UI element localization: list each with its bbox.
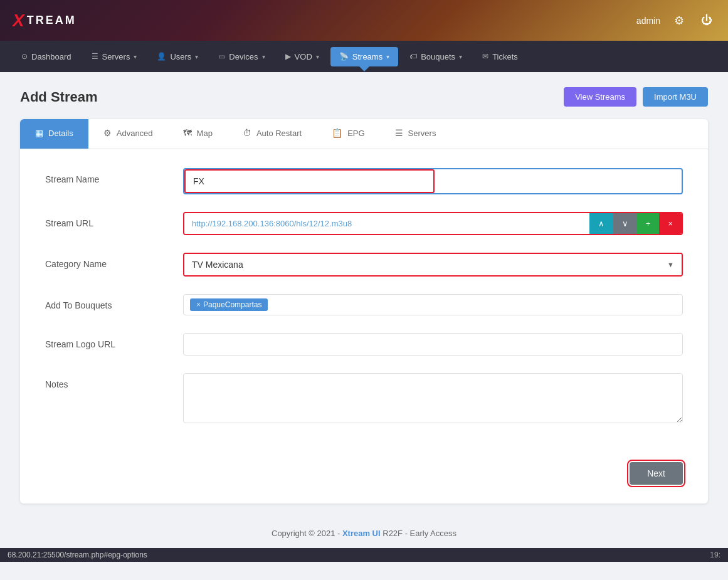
- logo: X TREAM: [13, 11, 76, 31]
- tab-details-label: Details: [48, 129, 73, 138]
- category-name-control: TV Mexicana: [183, 253, 683, 277]
- page-header: Add Stream View Streams Import M3U: [20, 87, 708, 107]
- nav-label-servers: Servers: [102, 52, 130, 61]
- notes-row: Notes: [45, 373, 683, 426]
- url-row-wrap: ∧ ∨ + ×: [183, 212, 683, 235]
- users-arrow: ▾: [195, 53, 198, 60]
- nav-item-bouquets[interactable]: 🏷 Bouquets ▾: [401, 47, 471, 66]
- details-tab-icon: ▦: [35, 128, 43, 138]
- nav-label-dashboard: Dashboard: [31, 52, 71, 61]
- bouquets-icon: 🏷: [409, 52, 417, 61]
- epg-tab-icon: 📋: [332, 128, 342, 138]
- nav-label-devices: Devices: [229, 52, 258, 61]
- category-select[interactable]: TV Mexicana: [184, 254, 682, 275]
- nav-item-vod[interactable]: ▶ VOD ▾: [277, 47, 328, 66]
- url-input-wrap: [184, 213, 589, 234]
- logo-text: TREAM: [27, 14, 76, 27]
- servers-icon: ☰: [92, 52, 98, 61]
- stream-name-input[interactable]: [184, 169, 435, 193]
- tickets-icon: ✉: [482, 52, 488, 61]
- servers-tab-icon: ☰: [395, 128, 403, 138]
- vod-arrow: ▾: [316, 53, 319, 60]
- stream-name-label: Stream Name: [45, 168, 183, 184]
- header-right: admin ⚙ ⏻: [636, 12, 715, 29]
- nav-label-vod: VOD: [295, 52, 312, 61]
- dashboard-icon: ⊙: [21, 52, 28, 61]
- status-url: 68.200.21:25500/stream.php#epg-options: [8, 551, 147, 559]
- form-body: Stream Name Stream URL ∧: [20, 149, 708, 462]
- devices-icon: ▭: [218, 52, 225, 61]
- form-tabs: ▦ Details ⚙ Advanced 🗺 Map ⏱ Auto Restar…: [20, 119, 708, 149]
- tag-label: PaqueCompartas: [203, 300, 261, 309]
- next-button[interactable]: Next: [630, 462, 683, 485]
- stream-name-outer: [183, 168, 683, 194]
- nav-item-servers[interactable]: ☰ Servers ▾: [83, 47, 146, 66]
- nav-item-tickets[interactable]: ✉ Tickets: [473, 47, 527, 66]
- nav-label-bouquets: Bouquets: [421, 52, 455, 61]
- status-time: 19:: [710, 551, 720, 559]
- nav-item-streams[interactable]: 📡 Streams ▾: [330, 47, 398, 66]
- url-down-button[interactable]: ∨: [613, 213, 637, 234]
- username-label: admin: [636, 16, 660, 26]
- category-select-wrap: TV Mexicana: [183, 253, 683, 277]
- url-add-button[interactable]: +: [637, 213, 660, 234]
- url-up-button[interactable]: ∧: [589, 213, 613, 234]
- tag-remove-icon[interactable]: ×: [196, 300, 201, 309]
- stream-url-row: Stream URL ∧ ∨ + ×: [45, 212, 683, 235]
- streams-icon: 📡: [339, 52, 349, 61]
- settings-icon[interactable]: ⚙: [670, 12, 688, 29]
- stream-name-row: Stream Name: [45, 168, 683, 194]
- bouquets-label: Add To Bouquets: [45, 294, 183, 310]
- power-icon[interactable]: ⏻: [698, 12, 715, 29]
- header: X TREAM admin ⚙ ⏻: [0, 0, 728, 41]
- tab-map[interactable]: 🗺 Map: [168, 119, 228, 149]
- tab-servers-label: Servers: [408, 129, 436, 138]
- stream-logo-label: Stream Logo URL: [45, 333, 183, 349]
- category-name-row: Category Name TV Mexicana: [45, 253, 683, 277]
- nav-label-streams: Streams: [352, 52, 382, 61]
- stream-url-input[interactable]: [184, 213, 589, 234]
- notes-control: [183, 373, 683, 426]
- tab-auto-restart-label: Auto Restart: [256, 129, 302, 138]
- navbar: ⊙ Dashboard ☰ Servers ▾ 👤 Users ▾ ▭ Devi…: [0, 41, 728, 72]
- bouquets-row: Add To Bouquets × PaqueCompartas: [45, 294, 683, 315]
- stream-name-control: [183, 168, 683, 194]
- nav-label-users: Users: [170, 52, 191, 61]
- footer-text-pre: Copyright © 2021 -: [272, 529, 342, 538]
- page-footer: Copyright © 2021 - Xtream UI R22F - Earl…: [0, 519, 728, 548]
- tab-epg[interactable]: 📋 EPG: [317, 119, 379, 149]
- map-tab-icon: 🗺: [183, 128, 192, 138]
- footer-brand: Xtream UI: [342, 529, 381, 538]
- bouquets-control: × PaqueCompartas: [183, 294, 683, 315]
- main-content: Add Stream View Streams Import M3U ▦ Det…: [0, 72, 728, 519]
- nav-item-devices[interactable]: ▭ Devices ▾: [209, 47, 273, 66]
- auto-restart-tab-icon: ⏱: [243, 128, 251, 138]
- servers-arrow: ▾: [134, 53, 137, 60]
- form-card: ▦ Details ⚙ Advanced 🗺 Map ⏱ Auto Restar…: [20, 119, 708, 504]
- tab-epg-label: EPG: [347, 129, 364, 138]
- bouquets-input-wrap[interactable]: × PaqueCompartas: [183, 294, 683, 315]
- stream-url-control: ∧ ∨ + ×: [183, 212, 683, 235]
- stream-logo-row: Stream Logo URL: [45, 333, 683, 356]
- nav-item-users[interactable]: 👤 Users ▾: [148, 47, 207, 66]
- nav-item-dashboard[interactable]: ⊙ Dashboard: [13, 47, 80, 66]
- tab-servers[interactable]: ☰ Servers: [380, 119, 451, 149]
- tab-map-label: Map: [197, 129, 213, 138]
- tab-advanced[interactable]: ⚙ Advanced: [88, 119, 168, 149]
- footer-text-post: R22F - Early Access: [381, 529, 456, 538]
- view-streams-button[interactable]: View Streams: [564, 87, 636, 107]
- stream-logo-input[interactable]: [183, 333, 683, 356]
- stream-name-extra-input[interactable]: [435, 171, 682, 192]
- page-actions: View Streams Import M3U: [564, 87, 708, 107]
- bouquet-tag: × PaqueCompartas: [190, 298, 268, 311]
- tab-auto-restart[interactable]: ⏱ Auto Restart: [228, 119, 317, 149]
- url-delete-button[interactable]: ×: [659, 213, 682, 234]
- vod-icon: ▶: [285, 52, 291, 61]
- streams-arrow: ▾: [386, 53, 389, 60]
- page-title: Add Stream: [20, 89, 97, 105]
- devices-arrow: ▾: [262, 53, 265, 60]
- tab-details[interactable]: ▦ Details: [20, 119, 88, 149]
- import-m3u-button[interactable]: Import M3U: [643, 87, 708, 107]
- notes-textarea[interactable]: [183, 373, 683, 423]
- status-bar: 68.200.21:25500/stream.php#epg-options 1…: [0, 548, 728, 562]
